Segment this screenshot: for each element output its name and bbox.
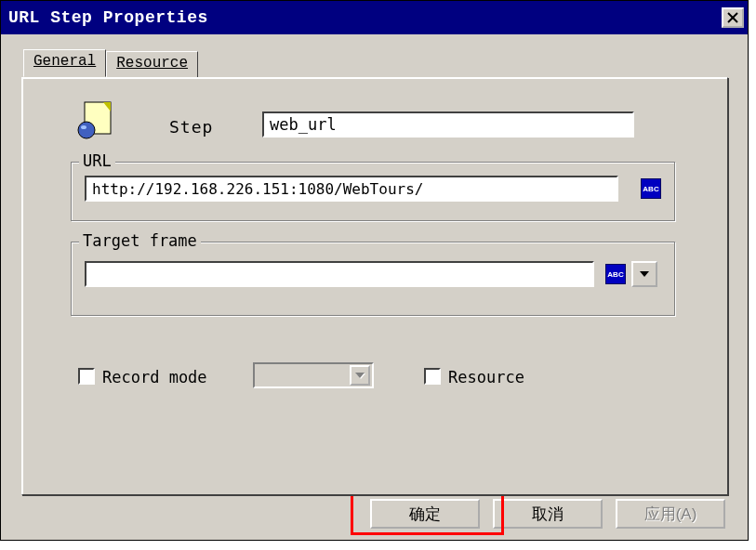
apply-button: 应用(A) <box>616 499 725 529</box>
ok-label: 确定 <box>409 504 441 525</box>
abc-icon: ABC <box>607 270 623 279</box>
apply-label: 应用(A) <box>644 504 697 525</box>
step-icon <box>73 98 118 143</box>
svg-point-4 <box>78 122 95 138</box>
window-title: URL Step Properties <box>8 8 208 27</box>
url-abc-button[interactable]: ABC <box>641 178 661 199</box>
record-mode-dropdown[interactable] <box>253 362 374 388</box>
title-bar: URL Step Properties <box>1 1 748 34</box>
target-frame-input[interactable] <box>85 261 594 287</box>
url-legend: URL <box>79 151 115 170</box>
record-mode-checkbox[interactable] <box>78 368 95 385</box>
tab-general[interactable]: General <box>23 49 106 77</box>
client-area: General Resource Step URL ABC <box>1 34 748 540</box>
resource-checkbox[interactable] <box>424 368 441 385</box>
tab-strip: General Resource <box>23 51 198 77</box>
record-mode-dropdown-arrow <box>350 365 370 386</box>
step-name-input[interactable] <box>262 111 634 138</box>
abc-icon: ABC <box>643 185 658 193</box>
target-frame-dropdown-button[interactable] <box>631 261 657 287</box>
resource-label: Resource <box>448 368 524 386</box>
tab-resource[interactable]: Resource <box>106 51 198 77</box>
record-mode-label: Record mode <box>102 368 207 386</box>
close-icon <box>727 12 738 23</box>
chevron-down-icon <box>355 373 365 378</box>
ok-button[interactable]: 确定 <box>370 499 480 529</box>
frame-legend: Target frame <box>79 231 201 250</box>
target-frame-group: Target frame ABC <box>71 242 675 316</box>
cancel-label: 取消 <box>532 504 564 525</box>
url-group: URL ABC <box>71 162 675 221</box>
dialog-window: URL Step Properties General Resource <box>0 0 749 541</box>
svg-point-5 <box>81 125 86 129</box>
url-input[interactable] <box>85 176 618 202</box>
dialog-button-row: 确定 取消 应用(A) <box>370 499 725 529</box>
frame-abc-button[interactable]: ABC <box>605 264 626 284</box>
step-label: Step <box>169 117 213 137</box>
cancel-button[interactable]: 取消 <box>493 499 603 529</box>
tab-resource-label: Resource <box>116 55 188 72</box>
close-button[interactable] <box>722 7 744 28</box>
general-panel: Step URL ABC Target frame ABC Record mod… <box>21 77 728 495</box>
chevron-down-icon <box>640 271 649 277</box>
tab-general-label: General <box>33 53 96 70</box>
